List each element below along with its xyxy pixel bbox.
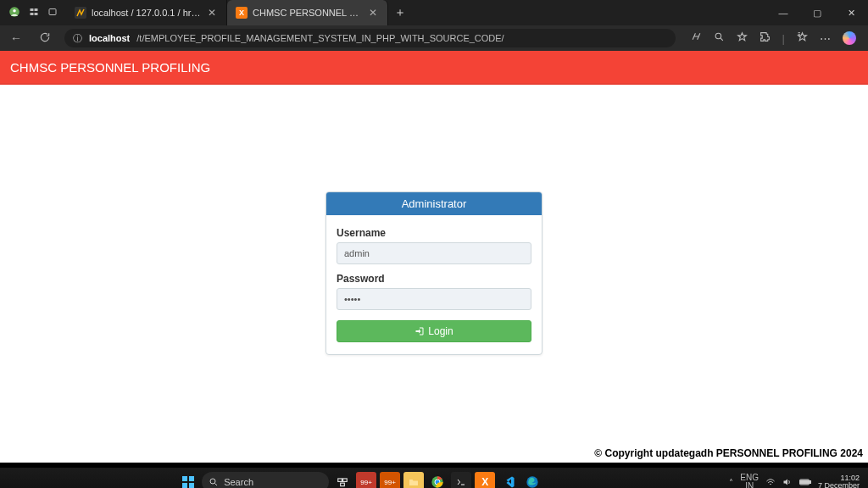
url-host: localhost — [89, 33, 130, 43]
login-button-label: Login — [428, 325, 453, 337]
zoom-icon[interactable] — [714, 31, 725, 45]
svg-rect-24 — [800, 480, 808, 484]
taskbar: Search 99+ 99+ X ˄ ENG IN — [0, 468, 868, 488]
profile-icon[interactable] — [8, 6, 20, 19]
taskbar-search[interactable]: Search — [202, 472, 329, 488]
terminal-icon[interactable] — [451, 472, 471, 488]
xampp-icon[interactable]: X — [475, 472, 495, 488]
svg-rect-13 — [189, 483, 194, 488]
phpmyadmin-favicon — [75, 7, 86, 19]
username-input[interactable] — [337, 242, 531, 264]
vscode-icon[interactable] — [498, 472, 519, 488]
app-header: CHMSC PERSONNEL PROFILING — [0, 51, 868, 85]
language-indicator[interactable]: ENG IN — [740, 474, 759, 488]
minimize-button[interactable]: ― — [766, 0, 800, 25]
taskbar-app-2[interactable]: 99+ — [380, 472, 400, 488]
login-card: Administrator Username Password Login — [326, 191, 542, 355]
page-title: CHMSC PERSONNEL PROFILING — [10, 60, 210, 75]
address-bar[interactable]: ⓘ localhost /t/EMPLOYEE_PROFILE_MANAGEME… — [64, 29, 676, 47]
wifi-icon[interactable] — [765, 478, 776, 486]
url-path: /t/EMPLOYEE_PROFILE_MANAGEMENT_SYSTEM_IN… — [136, 33, 504, 43]
search-placeholder: Search — [224, 477, 253, 487]
taskbar-app-1[interactable]: 99+ — [356, 472, 376, 488]
login-button[interactable]: Login — [337, 320, 531, 342]
edge-icon[interactable] — [522, 472, 542, 488]
maximize-button[interactable]: ▢ — [800, 0, 834, 25]
page-viewport: CHMSC PERSONNEL PROFILING Administrator … — [0, 51, 868, 463]
chrome-icon[interactable] — [427, 472, 448, 488]
svg-rect-4 — [31, 13, 34, 15]
copilot-icon[interactable] — [843, 31, 856, 45]
copyright-text: © Copyright updategadh PERSONNEL PROFILI… — [594, 447, 863, 459]
tab-label: CHMSC PERSONNEL PROFILE — [253, 8, 362, 18]
window-controls: ― ▢ ✕ — [766, 0, 868, 25]
svg-rect-5 — [35, 13, 38, 15]
password-input[interactable] — [337, 288, 531, 310]
xampp-favicon: X — [236, 7, 248, 19]
read-aloud-icon[interactable] — [691, 31, 702, 45]
volume-icon[interactable] — [782, 478, 793, 486]
start-button[interactable] — [178, 472, 198, 488]
browser-toolbar: ← ⓘ localhost /t/EMPLOYEE_PROFILE_MANAGE… — [0, 25, 868, 51]
svg-rect-3 — [35, 8, 38, 11]
clock-date: 7 December — [818, 482, 860, 488]
task-view-icon[interactable] — [332, 472, 353, 488]
browser-titlebar: localhost / 127.0.0.1 / hrm / tbl_p ✕ X … — [0, 0, 868, 25]
search-icon — [209, 477, 219, 487]
close-icon[interactable]: ✕ — [206, 7, 218, 19]
site-info-icon[interactable]: ⓘ — [73, 32, 82, 45]
signin-icon — [415, 326, 425, 336]
back-button[interactable]: ← — [7, 31, 25, 45]
password-label: Password — [337, 273, 531, 285]
system-clock[interactable]: 11:02 7 December — [818, 474, 860, 488]
extensions-icon[interactable] — [760, 31, 771, 45]
tab-strip: localhost / 127.0.0.1 / hrm / tbl_p ✕ X … — [66, 0, 412, 25]
tab-actions-icon[interactable] — [47, 7, 58, 19]
more-icon[interactable]: ⋯ — [820, 32, 831, 45]
tab-label: localhost / 127.0.0.1 / hrm / tbl_p — [92, 8, 201, 18]
svg-rect-16 — [343, 479, 348, 482]
tab-phpmyadmin[interactable]: localhost / 127.0.0.1 / hrm / tbl_p ✕ — [66, 0, 227, 25]
tab-chmsc[interactable]: X CHMSC PERSONNEL PROFILE ✕ — [227, 0, 388, 25]
refresh-button[interactable] — [36, 31, 54, 46]
svg-point-14 — [210, 479, 215, 484]
svg-point-7 — [715, 33, 721, 39]
svg-rect-2 — [31, 8, 34, 11]
svg-rect-11 — [189, 476, 194, 481]
new-tab-button[interactable]: ＋ — [388, 0, 412, 25]
close-icon[interactable]: ✕ — [367, 7, 379, 19]
svg-rect-10 — [182, 476, 187, 481]
login-heading: Administrator — [326, 192, 542, 215]
svg-rect-17 — [341, 483, 345, 486]
username-label: Username — [337, 227, 531, 239]
close-button[interactable]: ✕ — [834, 0, 868, 25]
svg-rect-15 — [338, 479, 342, 482]
workspaces-icon[interactable] — [29, 7, 39, 19]
svg-point-1 — [13, 9, 16, 13]
svg-rect-12 — [182, 483, 187, 488]
favorites-bar-icon[interactable] — [797, 31, 808, 45]
battery-icon[interactable] — [799, 479, 811, 485]
svg-rect-6 — [49, 9, 56, 15]
explorer-icon[interactable] — [403, 472, 424, 488]
favorite-icon[interactable] — [737, 31, 748, 45]
svg-rect-23 — [810, 481, 810, 484]
tray-chevron-icon[interactable]: ˄ — [729, 478, 733, 487]
